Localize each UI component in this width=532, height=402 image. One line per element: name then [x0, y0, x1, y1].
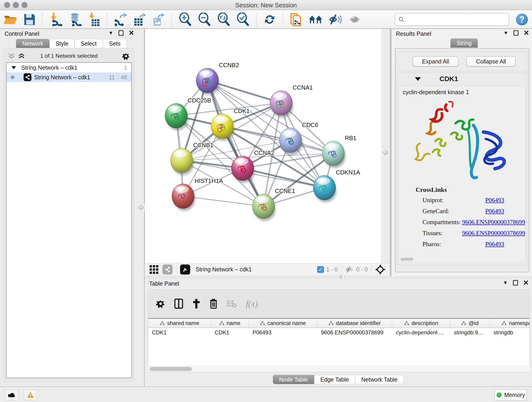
import-network-file-button[interactable] — [50, 12, 62, 27]
column-header-id[interactable]: @id — [450, 319, 490, 327]
selected-checkbox-icon[interactable]: ✓ — [317, 266, 324, 273]
column-header-canonicalname[interactable]: canonical name — [249, 319, 317, 327]
search-icon — [399, 17, 404, 22]
network-edge[interactable] — [207, 80, 264, 206]
column-header-sharedname[interactable]: shared name — [148, 319, 211, 327]
network-edge[interactable] — [183, 196, 264, 206]
column-header-databaseidentifier[interactable]: database identifier — [317, 319, 392, 327]
gear-icon[interactable] — [122, 52, 130, 60]
network-node-ccnb1[interactable]: CCNB1 — [171, 142, 213, 175]
hide-selected-button[interactable] — [329, 12, 342, 27]
table-cell[interactable]: stringdb — [490, 328, 530, 337]
table-cell[interactable]: CDK1 — [211, 328, 249, 337]
table-hscrollbar[interactable] — [148, 366, 530, 372]
crosslink-link[interactable]: P06493 — [485, 208, 504, 215]
table-cell[interactable]: stringdb:9... — [450, 328, 490, 337]
network-node-cdc6[interactable]: CDC6 — [279, 121, 318, 155]
right-splitter-handle[interactable] — [381, 148, 389, 156]
delete-column-trash-icon[interactable] — [210, 299, 217, 309]
home-button[interactable] — [308, 12, 323, 27]
network-collection-row[interactable]: String Network – cdk1 1 — [7, 63, 131, 72]
import-network-database-button[interactable] — [69, 12, 82, 27]
panel-menu-caret-icon[interactable]: ▼ — [503, 30, 508, 36]
network-node-cdkn1a[interactable]: CDKN1A — [313, 169, 360, 202]
export-table-button[interactable] — [133, 12, 146, 27]
crosslink-link[interactable]: 9606.ENSP00000378699 — [462, 230, 525, 237]
search-input[interactable] — [395, 13, 509, 26]
panel-float-icon[interactable] — [513, 280, 518, 286]
show-all-button[interactable] — [349, 12, 361, 27]
table-cell[interactable]: 9606.ENSP00000378699 — [317, 328, 392, 337]
expand-all-button[interactable]: Expand All — [413, 56, 458, 67]
zoom-in-button[interactable] — [179, 12, 191, 27]
birds-eye-view-icon[interactable] — [150, 265, 158, 274]
panel-close-icon[interactable]: ✕ — [524, 30, 529, 36]
tab-style[interactable]: Style — [50, 39, 75, 48]
network-graph[interactable]: CCNB2 CCNA1 CDC25B CDK1 CDC6 RB1 CCNB1 C… — [145, 29, 381, 263]
network-node-ccna1[interactable]: CCNA1 — [270, 84, 313, 118]
network-status-dot — [11, 75, 14, 79]
refresh-button[interactable] — [264, 12, 276, 27]
table-cell[interactable]: cyclin-dependent ... — [392, 328, 450, 337]
panel-menu-caret-icon[interactable]: ▼ — [503, 280, 508, 286]
panel-float-icon[interactable] — [513, 30, 519, 36]
table-cell[interactable]: P06493 — [249, 328, 317, 337]
zoom-out-button[interactable] — [198, 12, 211, 27]
crosslink-link[interactable]: P06493 — [485, 197, 504, 204]
crosslink-link[interactable]: 9606.ENSP00000378699 — [462, 219, 525, 226]
duplicate-network-button[interactable] — [290, 12, 302, 27]
network-overview-icon[interactable] — [162, 264, 172, 274]
right-splitter[interactable] — [381, 29, 390, 276]
tab-node-table[interactable]: Node Table — [273, 375, 314, 384]
help-button[interactable]: ? — [516, 13, 528, 26]
crosslink-link[interactable]: P06493 — [485, 241, 504, 248]
column-header-name[interactable]: name — [211, 319, 249, 327]
column-header-namespace[interactable]: namespace — [490, 319, 530, 327]
network-canvas[interactable]: CCNB2 CCNA1 CDC25B CDK1 CDC6 RB1 CCNB1 C… — [145, 29, 381, 263]
panel-close-icon[interactable]: ✕ — [128, 30, 134, 36]
tab-string[interactable]: String — [450, 38, 478, 48]
network-node-ccnb2[interactable]: CCNB2 — [196, 62, 239, 95]
tree-expanded-icon[interactable] — [11, 66, 16, 70]
left-splitter[interactable] — [138, 29, 145, 386]
column-header-description[interactable]: description — [392, 319, 450, 327]
memory-button[interactable]: Memory — [494, 389, 527, 401]
panel-close-icon[interactable]: ✕ — [523, 280, 529, 286]
node-table[interactable]: shared namenamecanonical namedatabase id… — [148, 318, 530, 372]
open-in-browser-button[interactable] — [180, 264, 190, 274]
panel-menu-caret-icon[interactable]: ▼ — [108, 30, 114, 36]
cloud-status-button[interactable] — [5, 390, 18, 400]
export-image-button[interactable] — [152, 12, 165, 27]
left-splitter-handle[interactable] — [137, 204, 145, 211]
section-expanded-icon[interactable] — [415, 77, 421, 81]
gene-description: cyclin-dependent kinase 1 — [403, 89, 469, 96]
network-node-hist1h1a[interactable]: HIST1H1A — [172, 177, 223, 211]
fit-content-crosshair-icon[interactable] — [375, 264, 385, 274]
collapse-all-button[interactable]: Collapse All — [466, 56, 516, 67]
zoom-fit-button[interactable] — [217, 12, 230, 27]
tab-select[interactable]: Select — [75, 39, 103, 48]
network-edge[interactable] — [222, 126, 333, 153]
table-hscroll-thumb[interactable] — [149, 367, 192, 371]
zoom-selected-button[interactable] — [236, 12, 249, 27]
results-hscroll-thumb[interactable] — [400, 258, 413, 261]
add-column-icon[interactable] — [192, 299, 201, 308]
network-node-rb1[interactable]: RB1 — [322, 134, 356, 168]
gene-section-header[interactable]: CDK1 — [397, 73, 527, 85]
table-row[interactable]: CDK1CDK1P064939606.ENSP00000378699cyclin… — [148, 328, 530, 337]
show-columns-icon[interactable] — [174, 299, 183, 309]
network-row-selected[interactable]: String Network – cdk1 11 48 — [7, 72, 131, 82]
tab-network-table[interactable]: Network Table — [355, 375, 404, 384]
warnings-button[interactable] — [24, 390, 37, 400]
table-gear-icon[interactable] — [156, 299, 165, 308]
import-table-button[interactable] — [89, 12, 100, 27]
tab-sets[interactable]: Sets — [103, 39, 127, 48]
save-session-button[interactable] — [24, 12, 35, 27]
table-cell[interactable]: CDK1 — [148, 328, 211, 337]
panel-float-icon[interactable] — [119, 30, 123, 36]
open-session-button[interactable] — [3, 12, 17, 27]
network-node-ccne1[interactable]: CCNE1 — [252, 187, 295, 221]
export-network-button[interactable] — [114, 12, 127, 27]
tab-network[interactable]: Network — [16, 39, 50, 48]
tab-edge-table[interactable]: Edge Table — [314, 375, 355, 384]
